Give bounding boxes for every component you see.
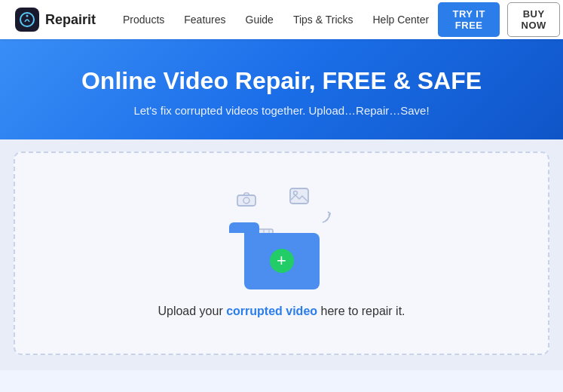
try-free-button[interactable]: TRY IT FREE bbox=[438, 2, 500, 37]
folder-tab bbox=[229, 222, 259, 233]
svg-rect-6 bbox=[290, 188, 308, 204]
nav-actions: TRY IT FREE BUY NOW bbox=[438, 2, 563, 37]
logo-text: Repairit bbox=[45, 12, 96, 28]
upload-label-pre: Upload your bbox=[158, 305, 226, 317]
buy-now-button[interactable]: BUY NOW bbox=[507, 2, 560, 37]
hero-title: Online Video Repair, FREE & SAFE bbox=[15, 66, 548, 95]
nav-tips[interactable]: Tips & Tricks bbox=[284, 9, 363, 30]
nav-products[interactable]: Products bbox=[114, 9, 173, 30]
upload-label: Upload your corrupted video here to repa… bbox=[158, 305, 405, 318]
folder-plus-icon: + bbox=[270, 249, 294, 273]
nav-help[interactable]: Help Center bbox=[364, 9, 439, 30]
upload-wrapper: + Upload your corrupted video here to re… bbox=[0, 139, 563, 370]
svg-rect-4 bbox=[237, 195, 255, 206]
hero-subtitle: Let's fix corrupted videos together. Upl… bbox=[15, 104, 548, 117]
upload-label-post: here to repair it. bbox=[317, 305, 405, 317]
image-icon bbox=[289, 188, 309, 209]
camera-icon bbox=[237, 191, 256, 210]
folder-body: + bbox=[244, 233, 320, 289]
upload-card[interactable]: + Upload your corrupted video here to re… bbox=[14, 152, 549, 355]
hero-section: Online Video Repair, FREE & SAFE Let's f… bbox=[0, 39, 563, 139]
arrow-icon bbox=[320, 210, 335, 229]
nav-links: Products Features Guide Tips & Tricks He… bbox=[114, 9, 438, 30]
nav-features[interactable]: Features bbox=[175, 9, 234, 30]
folder-illustration: + bbox=[222, 184, 342, 289]
logo-icon bbox=[15, 8, 39, 32]
nav-guide[interactable]: Guide bbox=[237, 9, 283, 30]
svg-point-1 bbox=[26, 15, 29, 17]
navbar: Repairit Products Features Guide Tips & … bbox=[0, 0, 563, 39]
logo-area[interactable]: Repairit bbox=[15, 8, 96, 32]
upload-label-highlight: corrupted video bbox=[226, 305, 317, 317]
